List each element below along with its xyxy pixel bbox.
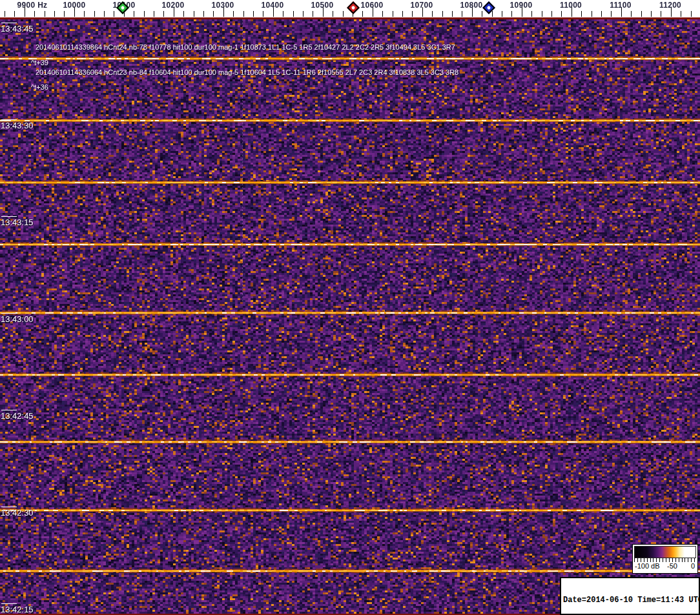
freq-tick-label: 10400 xyxy=(262,1,284,10)
event-annotation-2: 20140610114336064 hCnt23 nb-84 f10604 hi… xyxy=(36,68,458,76)
time-label: 13:43:45 xyxy=(1,24,34,34)
colorbar-min-label: -100 dB xyxy=(635,562,660,570)
colorbar-labels: -100 dB -50 0 xyxy=(634,562,696,572)
event-time-offset-1: ^t+39 xyxy=(31,59,48,66)
freq-tick-label: 10600 xyxy=(361,1,384,10)
spectrogram-window: 9900 Hz100001010010200103001040010500106… xyxy=(0,0,700,615)
freq-tick-label: 10900 xyxy=(510,1,533,10)
event-annotation-1: 20140610114339864 hCnt24 nb-78 f10778 hi… xyxy=(36,43,455,51)
colorbar: -100 dB -50 0 xyxy=(632,544,698,574)
marker-center-dot xyxy=(486,5,491,10)
time-tick xyxy=(1,216,17,217)
freq-tick-label: 10500 xyxy=(311,1,334,10)
info-box: Date=2014-06-10 Time=11:43 UTC Freq=143 … xyxy=(560,577,700,615)
time-tick xyxy=(1,119,17,120)
freq-tick-label: 10000 xyxy=(63,1,86,10)
freq-tick-label: 11100 xyxy=(610,1,632,10)
freq-tick-label: 10300 xyxy=(212,1,234,10)
time-tick xyxy=(1,603,17,604)
time-label: 13:43:30 xyxy=(1,121,34,130)
time-label: 13:42:30 xyxy=(1,508,34,518)
event-time-offset-2: ^t+36 xyxy=(31,83,48,91)
time-label: 13:43:15 xyxy=(1,217,34,227)
freq-tick-label: 10700 xyxy=(411,1,433,10)
marker-center-dot xyxy=(351,5,355,10)
info-date-time: Date=2014-06-10 Time=11:43 UTC xyxy=(563,596,697,605)
freq-tick-label: 9900 Hz xyxy=(17,1,48,10)
freq-tick-label: 11200 xyxy=(659,1,681,10)
time-label: 13:42:45 xyxy=(1,411,34,421)
time-label: 13:42:15 xyxy=(1,605,34,614)
freq-tick-label: 10800 xyxy=(460,1,483,10)
time-tick xyxy=(1,23,17,23)
colorbar-max-label: 0 xyxy=(691,562,695,570)
colorbar-gradient xyxy=(634,546,696,558)
freq-tick-label: 10200 xyxy=(162,1,185,10)
time-tick xyxy=(1,313,17,314)
time-label: 13:43:00 xyxy=(1,314,34,324)
freq-tick-label: 11000 xyxy=(560,1,582,10)
time-tick xyxy=(1,507,17,507)
waterfall-display xyxy=(0,0,700,615)
marker-center-dot xyxy=(120,5,125,10)
colorbar-mid-label: -50 xyxy=(667,562,677,570)
time-tick xyxy=(1,410,17,410)
